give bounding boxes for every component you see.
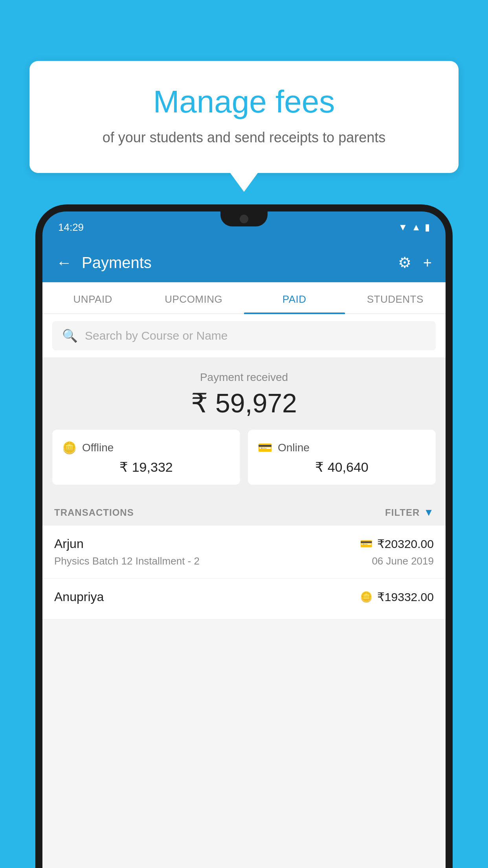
phone-screen: ← Payments ⚙ + UNPAID UPCOMING PAID STUD… (42, 243, 446, 868)
search-placeholder: Search by Course or Name (85, 329, 228, 342)
tab-students[interactable]: STUDENTS (345, 282, 446, 313)
transactions-header: TRANSACTIONS FILTER ▼ (42, 497, 446, 526)
transaction-name: Anupriya (54, 590, 104, 604)
back-button[interactable]: ← (56, 254, 72, 272)
online-label: Online (278, 441, 310, 454)
transaction-bottom: Physics Batch 12 Installment - 2 06 June… (54, 555, 434, 567)
notch (220, 211, 268, 226)
filter-icon: ▼ (424, 506, 434, 519)
transaction-amount: ₹20320.00 (377, 537, 434, 551)
search-container: 🔍 Search by Course or Name (42, 314, 446, 357)
wifi-icon: ▼ (398, 222, 407, 233)
online-icon: 💳 (258, 441, 272, 454)
offline-amount: ₹ 19,332 (62, 459, 230, 475)
add-icon[interactable]: + (423, 254, 432, 271)
tab-upcoming[interactable]: UPCOMING (143, 282, 244, 313)
status-time: 14:29 (58, 221, 84, 234)
status-bar: 14:29 ▼ ▲ ▮ (42, 211, 446, 243)
payment-received-label: Payment received (42, 371, 446, 384)
payment-total-amount: ₹ 59,972 (42, 388, 446, 419)
transaction-name: Arjun (54, 537, 84, 551)
battery-icon: ▮ (425, 222, 430, 233)
transaction-detail: Physics Batch 12 Installment - 2 (54, 555, 200, 567)
tab-paid[interactable]: PAID (244, 282, 345, 313)
online-card-header: 💳 Online (258, 441, 426, 454)
online-card: 💳 Online ₹ 40,640 (248, 430, 436, 485)
search-icon: 🔍 (62, 328, 78, 343)
offline-icon: 🪙 (62, 441, 77, 454)
search-bar[interactable]: 🔍 Search by Course or Name (52, 321, 436, 350)
payment-cards: 🪙 Offline ₹ 19,332 💳 Online ₹ 40,640 (42, 430, 446, 485)
transaction-amount-container: 🪙 ₹19332.00 (360, 590, 434, 604)
signal-icon: ▲ (411, 222, 421, 233)
online-amount: ₹ 40,640 (258, 459, 426, 475)
offline-card-header: 🪙 Offline (62, 441, 230, 454)
app-bar-actions: ⚙ + (398, 254, 432, 271)
transactions-label: TRANSACTIONS (54, 507, 134, 518)
offline-card: 🪙 Offline ₹ 19,332 (52, 430, 240, 485)
offline-payment-icon: 🪙 (360, 591, 372, 603)
camera (240, 215, 248, 223)
speech-bubble: Manage fees of your students and send re… (29, 61, 459, 173)
table-row[interactable]: Anupriya 🪙 ₹19332.00 (42, 579, 446, 620)
settings-icon[interactable]: ⚙ (398, 254, 411, 271)
phone-outer: 14:29 ▼ ▲ ▮ ← Payments ⚙ + UNPAID UPCOM (35, 204, 453, 868)
tabs-bar: UNPAID UPCOMING PAID STUDENTS (42, 282, 446, 314)
tab-unpaid[interactable]: UNPAID (42, 282, 143, 313)
transaction-amount-container: 💳 ₹20320.00 (360, 537, 434, 551)
status-icons: ▼ ▲ ▮ (398, 222, 430, 233)
transaction-top: Arjun 💳 ₹20320.00 (54, 537, 434, 551)
speech-bubble-container: Manage fees of your students and send re… (29, 61, 459, 173)
app-bar: ← Payments ⚙ + (42, 243, 446, 282)
bubble-subtitle: of your students and send receipts to pa… (61, 128, 427, 147)
bubble-title: Manage fees (61, 85, 427, 119)
offline-label: Offline (82, 441, 114, 454)
transaction-amount: ₹19332.00 (377, 590, 434, 604)
transaction-date: 06 June 2019 (372, 555, 434, 567)
filter-container[interactable]: FILTER ▼ (385, 506, 434, 519)
app-bar-title: Payments (82, 254, 388, 272)
phone-wrapper: 14:29 ▼ ▲ ▮ ← Payments ⚙ + UNPAID UPCOM (35, 204, 453, 868)
transaction-top: Anupriya 🪙 ₹19332.00 (54, 590, 434, 604)
table-row[interactable]: Arjun 💳 ₹20320.00 Physics Batch 12 Insta… (42, 526, 446, 579)
filter-label: FILTER (385, 507, 420, 518)
card-icon: 💳 (360, 538, 372, 550)
payment-summary: Payment received ₹ 59,972 🪙 Offline ₹ 19… (42, 357, 446, 497)
